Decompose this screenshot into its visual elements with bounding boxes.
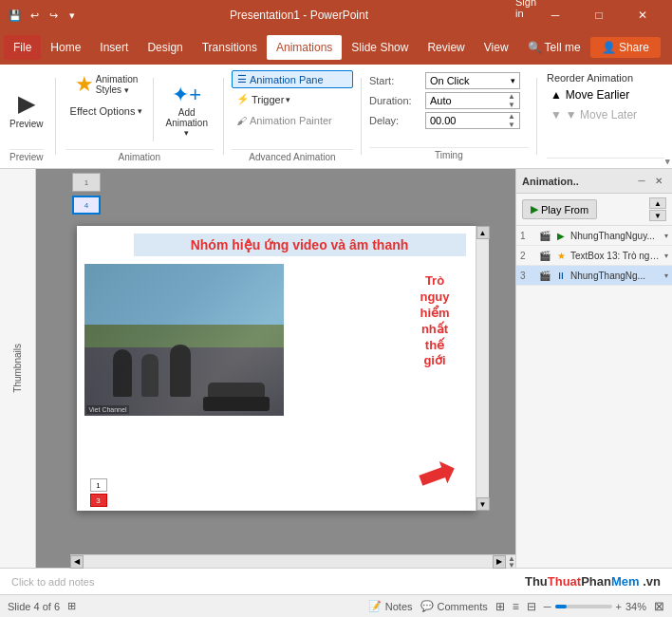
horizontal-scrollbar[interactable]: ◀ ▶ ▲ ▼ — [70, 554, 515, 568]
panel-minimize-button[interactable]: ─ — [634, 174, 649, 189]
duration-input[interactable]: Auto ▲ ▼ — [425, 92, 520, 109]
menu-insert[interactable]: Insert — [90, 35, 138, 60]
effect-options-label: Effect Options — [70, 105, 136, 117]
view-outline-icon[interactable]: ≡ — [513, 600, 519, 613]
title-bar-left-controls[interactable]: 💾 ↩ ↪ ▾ — [8, 8, 80, 23]
close-button[interactable]: ✕ — [621, 0, 664, 30]
duration-spinners[interactable]: ▲ ▼ — [508, 92, 515, 109]
view-nav-btns: ▲ ▼ — [508, 555, 515, 569]
undo-icon[interactable]: ↩ — [27, 8, 42, 23]
delay-up[interactable]: ▲ — [508, 112, 515, 121]
delay-down[interactable]: ▼ — [508, 121, 515, 129]
effect-options-button[interactable]: Effect Options ▾ — [65, 101, 148, 122]
anim-nav-down[interactable]: ▼ — [649, 210, 666, 221]
anim-nav-up[interactable]: ▲ — [649, 197, 666, 209]
anim-dropdown-2[interactable]: ▾ — [664, 252, 668, 260]
animation-item-1[interactable]: 1 🎬 ▶ NhungThangNguy... ▾ — [516, 226, 672, 246]
styles-label: Styles ▾ — [96, 84, 129, 95]
menu-tellme[interactable]: 🔍 Tell me — [518, 35, 590, 60]
slide-video[interactable]: Viet Channel — [84, 264, 284, 416]
scroll-right-button[interactable]: ▶ — [493, 555, 506, 569]
comments-button[interactable]: 💬 Comments — [420, 600, 488, 612]
reorder-collapse-icon[interactable]: ▾ — [665, 157, 670, 166]
scroll-track — [476, 239, 489, 497]
animation-item-3[interactable]: 3 🎬 ⏸ NhungThangNg... ▾ — [516, 266, 672, 286]
delay-input[interactable]: 00.00 ▲ ▼ — [425, 112, 520, 129]
thu-text: Thu — [525, 574, 548, 589]
animation-item-2[interactable]: 2 🎬 ★ TextBox 13: Trò ngu... ▾ — [516, 246, 672, 266]
scroll-down-button[interactable]: ▼ — [476, 497, 490, 511]
zoom-plus[interactable]: + — [616, 601, 622, 612]
notes-label: Notes — [385, 601, 413, 612]
zoom-slider[interactable]: ─ + 34% — [544, 601, 646, 612]
menu-bar: File Home Insert Design Transitions Anim… — [0, 30, 672, 65]
slide-thumb-1[interactable]: 1 — [72, 173, 101, 192]
fit-to-window-button[interactable]: ⊠ — [654, 599, 664, 613]
animation-pane-button[interactable]: ☰ Animation Pane — [232, 70, 353, 88]
menu-home[interactable]: Home — [41, 35, 90, 60]
start-input[interactable]: On Click ▾ — [425, 72, 520, 89]
trigger-button[interactable]: ⚡ Trigger ▾ — [232, 91, 353, 107]
panel-controls: ─ ✕ — [634, 174, 666, 189]
zoom-value: 34% — [625, 601, 646, 612]
sign-in-button[interactable]: Sign in — [518, 0, 533, 15]
zoom-fill — [555, 605, 567, 608]
duration-up[interactable]: ▲ — [508, 92, 515, 101]
slide-canvas[interactable]: Nhóm hiệu ứng video và âm thanh Viet Cha… — [77, 226, 476, 511]
panel-close-button[interactable]: ✕ — [651, 174, 666, 189]
play-from-button[interactable]: ▶ Play From — [522, 199, 597, 219]
slide-text-content: Trò nguy hiểm nhất thế giới — [400, 273, 471, 369]
anim-dropdown-3[interactable]: ▾ — [664, 271, 668, 280]
slide-info: Slide 4 of 6 — [8, 601, 60, 612]
animation-painter-label: Animation Painter — [250, 115, 332, 126]
click-to-add-notes: Click to add notes — [11, 576, 94, 588]
move-earlier-button[interactable]: ▲ Move Earlier — [547, 86, 664, 103]
mem-text: Mem — [611, 574, 640, 589]
preview-button[interactable]: ▶ Preview — [4, 76, 49, 144]
anim-num-3: 3 — [520, 271, 535, 281]
ribbon-group-timing: Start: On Click ▾ Duration: Auto ▲ ▼ Del… — [364, 68, 534, 164]
notes-button[interactable]: 📝 Notes — [368, 600, 413, 612]
anim-dropdown-1[interactable]: ▾ — [664, 232, 668, 240]
move-later-button[interactable]: ▼ ▼ Move Later — [547, 106, 664, 123]
menu-animations[interactable]: Animations — [267, 35, 342, 60]
zoom-track[interactable] — [555, 605, 612, 608]
animation-painter-button[interactable]: 🖌 Animation Painter — [232, 110, 353, 131]
delay-spinners[interactable]: ▲ ▼ — [508, 112, 515, 129]
view-slide-icon[interactable]: ⊟ — [527, 600, 536, 613]
menu-design[interactable]: Design — [138, 35, 192, 60]
zoom-minus[interactable]: ─ — [544, 601, 551, 612]
save-icon[interactable]: 💾 — [8, 8, 23, 23]
red-arrow: ➡ — [408, 441, 464, 507]
ribbon-group-reorder: Reorder Animation ▲ Move Earlier ▼ ▼ Mov… — [539, 68, 672, 164]
menu-slideshow[interactable]: Slide Show — [342, 35, 418, 60]
move-earlier-label: Move Earlier — [566, 88, 629, 102]
start-value: On Click — [430, 75, 470, 86]
redo-icon[interactable]: ↪ — [46, 8, 61, 23]
ribbon-group-animation: ★ Animation Styles ▾ Effect Options ▾ ✦+… — [58, 68, 221, 164]
menu-share[interactable]: 👤 Share — [590, 37, 661, 58]
scroll-up-button[interactable]: ▲ — [476, 226, 490, 239]
more-icon[interactable]: ▾ — [65, 8, 80, 23]
menu-transitions[interactable]: Transitions — [193, 35, 267, 60]
slide-thumb-4[interactable]: 4 — [72, 196, 101, 215]
minimize-button[interactable]: ─ — [533, 0, 577, 30]
animation-styles-button[interactable]: ★ Animation Styles ▾ — [65, 70, 148, 99]
duration-label: Duration: — [369, 95, 421, 106]
scroll-left-button[interactable]: ◀ — [70, 555, 84, 569]
view-normal-icon[interactable]: ⊞ — [495, 600, 505, 613]
duration-down[interactable]: ▼ — [508, 101, 515, 109]
duration-row: Duration: Auto ▲ ▼ — [369, 92, 529, 109]
menu-review[interactable]: Review — [418, 35, 474, 60]
start-dropdown[interactable]: ▾ — [511, 76, 515, 85]
start-row: Start: On Click ▾ — [369, 72, 529, 89]
menu-view[interactable]: View — [475, 35, 518, 60]
divider-1 — [55, 78, 56, 155]
maximize-button[interactable]: □ — [577, 0, 621, 30]
menu-file[interactable]: File — [4, 35, 41, 60]
view-nav-down[interactable]: ▼ — [508, 562, 515, 569]
vertical-scrollbar[interactable]: ▲ ▼ — [476, 226, 489, 511]
add-animation-button[interactable]: ✦+ Add Animation ▾ — [159, 70, 213, 149]
advanced-animation-label: Advanced Animation — [232, 149, 353, 162]
notes-bar: Click to add notes ThuThuatPhanMem .vn — [0, 568, 672, 594]
